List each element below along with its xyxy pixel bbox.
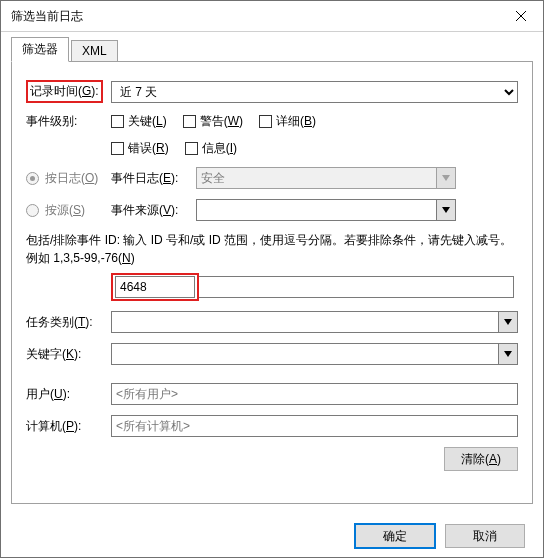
window-title: 筛选当前日志 [11, 8, 498, 25]
label-event-log: 事件日志(E): [111, 170, 196, 187]
keywords-combo[interactable] [111, 343, 518, 365]
titlebar: 筛选当前日志 [1, 1, 543, 32]
check-info[interactable]: 信息(I) [185, 140, 237, 157]
tabs-area: 筛选器 XML 记录时间(G): 近 7 天 事件级别: [1, 32, 543, 504]
row-logged: 记录时间(G): 近 7 天 [26, 80, 518, 103]
user-input[interactable] [111, 383, 518, 405]
check-warning[interactable]: 警告(W) [183, 113, 243, 130]
label-level: 事件级别: [26, 113, 111, 130]
id-help-text: 包括/排除事件 ID: 输入 ID 号和/或 ID 范围，使用逗号分隔。若要排除… [26, 231, 518, 267]
svg-marker-5 [504, 351, 512, 357]
row-clear: 清除(A) [26, 447, 518, 471]
row-task: 任务类别(T): [26, 311, 518, 333]
task-category-combo[interactable] [111, 311, 518, 333]
close-button[interactable] [498, 1, 543, 31]
row-id [26, 273, 518, 301]
close-icon [516, 11, 526, 21]
svg-marker-4 [504, 319, 512, 325]
check-error[interactable]: 错误(R) [111, 140, 169, 157]
check-critical[interactable]: 关键(L) [111, 113, 167, 130]
tab-filter[interactable]: 筛选器 [11, 37, 69, 62]
chevron-down-icon[interactable] [498, 344, 517, 364]
check-verbose[interactable]: 详细(B) [259, 113, 316, 130]
cancel-button[interactable]: 取消 [445, 524, 525, 548]
row-user: 用户(U): [26, 383, 518, 405]
row-level-2: 错误(R) 信息(I) [26, 140, 518, 157]
event-id-input-rest[interactable] [199, 276, 514, 298]
tab-xml[interactable]: XML [71, 40, 118, 62]
tabstrip: 筛选器 XML [11, 40, 533, 62]
dialog-window: 筛选当前日志 筛选器 XML 记录时间(G): [0, 0, 544, 558]
chevron-down-icon[interactable] [436, 200, 455, 220]
event-log-combo: 安全 [196, 167, 456, 189]
row-by-log: 按日志(O) 事件日志(E): 安全 [26, 167, 518, 189]
label-user: 用户(U): [26, 386, 111, 403]
chevron-down-icon[interactable] [498, 312, 517, 332]
event-source-combo[interactable] [196, 199, 456, 221]
button-bar: 确定 取消 [1, 515, 543, 557]
radio-by-source: 按源(S) [26, 202, 111, 219]
svg-marker-3 [442, 207, 450, 213]
tab-content: 记录时间(G): 近 7 天 事件级别: 关键(L) [11, 62, 533, 504]
label-task: 任务类别(T): [26, 314, 111, 331]
row-computer: 计算机(P): [26, 415, 518, 437]
row-by-source: 按源(S) 事件来源(V): [26, 199, 518, 221]
ok-button[interactable]: 确定 [355, 524, 435, 548]
chevron-down-icon [436, 168, 455, 188]
label-logged: 记录时间(G): [26, 80, 111, 103]
label-event-source: 事件来源(V): [111, 202, 196, 219]
logged-time-combo[interactable]: 近 7 天 [111, 81, 518, 103]
computer-input[interactable] [111, 415, 518, 437]
row-level-1: 事件级别: 关键(L) 警告(W) 详细(B) [26, 113, 518, 130]
clear-button[interactable]: 清除(A) [444, 447, 518, 471]
label-keywords: 关键字(K): [26, 346, 111, 363]
event-id-input[interactable] [115, 276, 195, 298]
radio-by-log: 按日志(O) [26, 170, 111, 187]
row-keywords: 关键字(K): [26, 343, 518, 365]
svg-marker-2 [442, 175, 450, 181]
label-computer: 计算机(P): [26, 418, 111, 435]
